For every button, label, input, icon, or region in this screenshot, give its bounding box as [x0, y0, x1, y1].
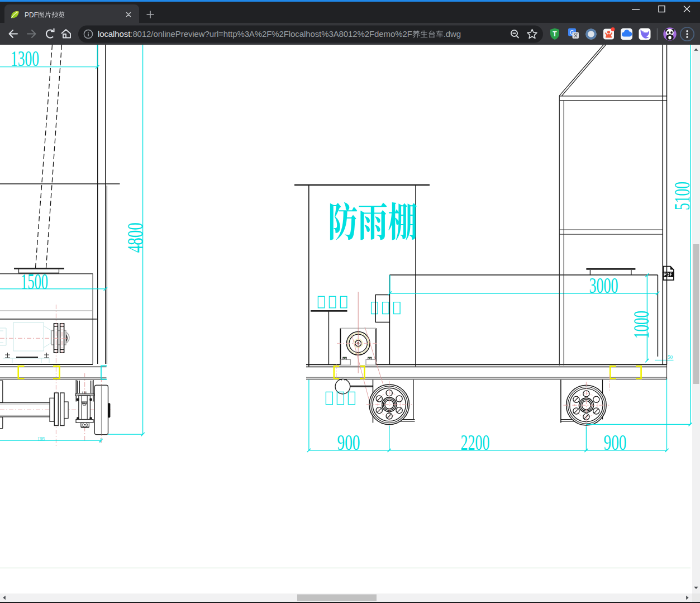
svg-text:900: 900 [604, 430, 627, 454]
svg-text:900: 900 [337, 430, 360, 454]
svg-text:T: T [553, 30, 557, 38]
svg-text:3000: 3000 [589, 273, 618, 297]
svg-text:50: 50 [668, 355, 673, 360]
svg-text:1500: 1500 [21, 269, 48, 293]
svg-text:5100: 5100 [670, 182, 692, 210]
svg-text:1000: 1000 [629, 311, 653, 339]
svg-text:2200: 2200 [461, 430, 490, 454]
svg-text:4800: 4800 [123, 222, 147, 253]
svg-text:1300: 1300 [11, 46, 39, 70]
svg-text:1385: 1385 [37, 436, 45, 441]
